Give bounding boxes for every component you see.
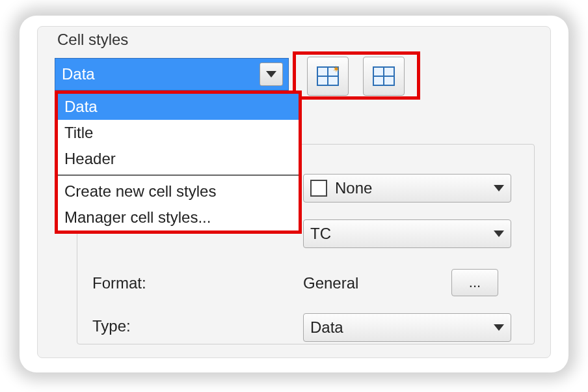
type-value: Data <box>310 318 343 337</box>
color-none-combobox[interactable]: None <box>303 174 511 203</box>
dropdown-action-create[interactable]: Create new cell styles <box>58 178 299 204</box>
dropdown-action-manage[interactable]: Manager cell styles... <box>58 204 299 231</box>
tc-value: TC <box>310 225 331 243</box>
chevron-down-icon <box>494 324 504 331</box>
cell-style-selected: Data <box>62 65 95 83</box>
table-brush-icon <box>373 66 395 86</box>
dropdown-arrow-icon <box>260 63 283 86</box>
tc-combobox[interactable]: TC <box>303 219 511 248</box>
cell-style-combobox[interactable]: Data <box>55 58 289 91</box>
new-cell-style-button[interactable]: ✶ <box>307 57 349 96</box>
color-swatch-icon <box>310 180 327 197</box>
format-label: Format: <box>92 274 146 292</box>
manage-cell-styles-button[interactable] <box>363 57 405 96</box>
chevron-down-icon <box>494 231 504 237</box>
section-label: Cell styles <box>55 31 131 49</box>
dropdown-option-title[interactable]: Title <box>58 120 299 146</box>
type-combobox[interactable]: Data <box>303 313 511 342</box>
dropdown-separator <box>58 175 299 176</box>
format-browse-button[interactable]: ... <box>451 269 498 296</box>
chevron-down-icon <box>494 185 504 191</box>
color-none-value: None <box>335 179 372 197</box>
cell-style-dropdown-list: Data Title Header Create new cell styles… <box>55 91 302 234</box>
format-value: General <box>303 274 358 292</box>
table-brush-new-icon: ✶ <box>317 66 339 86</box>
cell-styles-panel: Cell styles Data ✶ None TC <box>37 26 551 358</box>
ellipsis-label: ... <box>469 274 481 291</box>
type-label: Type: <box>92 317 131 335</box>
dropdown-option-header[interactable]: Header <box>58 146 299 172</box>
dropdown-option-data[interactable]: Data <box>58 94 299 120</box>
